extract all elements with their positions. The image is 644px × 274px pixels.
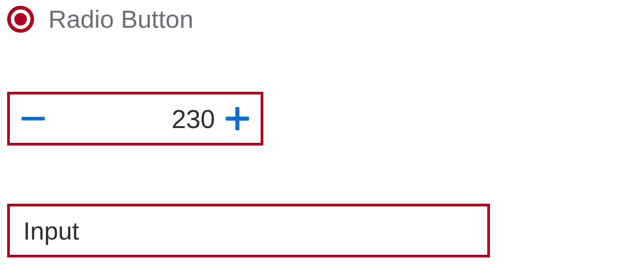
quantity-stepper: 230 <box>7 92 263 146</box>
stepper-value[interactable]: 230 <box>47 104 224 134</box>
radio-selected-icon <box>7 6 34 33</box>
stepper-decrement-button[interactable] <box>20 105 47 132</box>
text-input[interactable] <box>7 204 490 257</box>
stepper-increment-button[interactable] <box>224 105 251 132</box>
radio-inner-dot <box>14 13 27 26</box>
plus-icon <box>226 107 249 130</box>
radio-label: Radio Button <box>48 4 193 34</box>
minus-icon <box>21 117 45 120</box>
radio-button-row[interactable]: Radio Button <box>7 4 637 34</box>
